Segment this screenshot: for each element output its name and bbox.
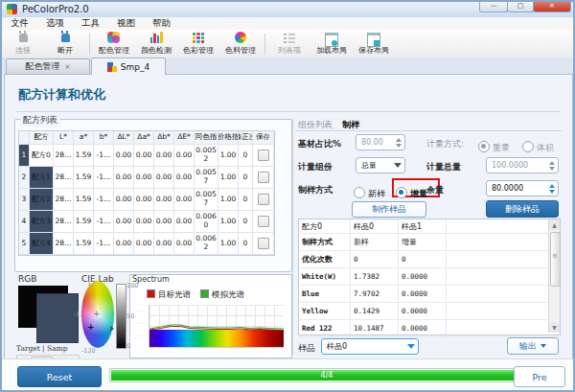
radio-icon[interactable] [478, 141, 490, 152]
volume-radio[interactable]: 体积 [522, 136, 556, 154]
sample-row[interactable]: 制样方式 新样 增量 [299, 234, 560, 251]
formula-row-1[interactable]: 2 配方1 28… 1.59 -1… 0.00 0.00 0.00 0.00 0… [19, 167, 274, 189]
save-checkbox[interactable] [258, 172, 269, 183]
y-axis-ticks: ··· [135, 308, 143, 313]
connect-button[interactable]: 连接 [2, 31, 44, 57]
sample-row[interactable]: White(W) 1.7382 0.0000 [299, 268, 560, 286]
save-checkbox[interactable] [258, 194, 269, 205]
menu-tools[interactable]: 工具 [73, 17, 108, 30]
menu-file[interactable]: 文件 [2, 17, 37, 30]
load-layout-button[interactable]: 加载布局 [310, 31, 353, 57]
toolbar: 连接 断开 配色管理 颜色检测 色彩管理 色料管理 [2, 30, 573, 58]
colorant-manage-button[interactable]: 色料管理 [219, 31, 262, 57]
formula-row-0[interactable]: 1 配方0 28… 1.59 -1… 0.00 0.00 0.00 0.00 0… [19, 145, 274, 167]
maximize-button[interactable]: ▢ [507, 2, 534, 12]
formula-table-header: 配方 L* a* b* ΔL* Δa* Δb* ΔE* 同色指 价格指 修正次 … [19, 131, 274, 145]
rgb-panel-title: RGB [18, 274, 36, 284]
measure-mode-label: 计量方式: [426, 138, 464, 150]
spectrum-legend: 目标光谱 模拟光谱 [147, 289, 244, 301]
sample-dropdown[interactable]: 样品0 [321, 338, 419, 355]
y-axis-ticks: ··· [135, 320, 143, 326]
dropdown-arrow-icon [394, 163, 402, 168]
tab-color-matching[interactable]: 配色管理 ✕ [6, 58, 90, 75]
formula-row-4[interactable]: 5 配方4 28… 1.59 -1… 0.00 0.00 0.00 0.00 0… [19, 233, 274, 255]
formula-row-2[interactable]: 3 配方2 28… 1.59 -1… 0.00 0.00 0.00 0.00 0… [19, 189, 274, 211]
sample-row[interactable]: Red 122 10.1487 0.0000 [299, 320, 560, 337]
sample-row[interactable]: 优化次数 0 0 [299, 251, 560, 268]
base-ratio-spinner[interactable]: 80.00 [356, 134, 405, 150]
list-icon [283, 32, 296, 44]
save-checkbox[interactable] [258, 150, 269, 161]
palette-grid-icon [192, 32, 205, 44]
save-layout-icon [367, 32, 380, 44]
window-title: PeColorPro2.0 [22, 4, 89, 14]
total-label: 计量总量 [426, 161, 461, 173]
lightness-marker-icon [110, 326, 114, 332]
sample-doc-icon [107, 62, 117, 72]
rgb-caption: Target | Samp [16, 344, 80, 353]
load-layout-icon [325, 32, 338, 44]
total-spinner[interactable]: 100.0000 [486, 157, 559, 173]
weight-radio[interactable]: 重量 [478, 136, 512, 154]
menu-view[interactable]: 视图 [108, 17, 144, 30]
spinner-arrows-icon[interactable] [549, 161, 555, 171]
list-items-button[interactable]: 列表项 [268, 31, 310, 57]
reset-button[interactable]: Reset [17, 366, 102, 387]
make-sample-button[interactable]: 制作样品 [352, 201, 426, 218]
spinner-arrows-icon[interactable] [549, 184, 555, 194]
sample-row[interactable]: Yellow 0.1429 0.0000 [299, 303, 560, 320]
color-detect-button[interactable]: 颜色检测 [135, 31, 177, 57]
minimize-button[interactable]: — [479, 2, 508, 12]
output-button[interactable]: 输出 [507, 337, 559, 355]
sample-select-label: 样品 [298, 342, 315, 355]
lightness-bar[interactable] [116, 284, 126, 349]
increment-radio[interactable]: 增量 [396, 182, 429, 200]
panel-divider [292, 119, 293, 355]
title-divider [16, 111, 561, 112]
target-cursor-icon: + [87, 322, 95, 332]
spectrum-chart [149, 305, 284, 348]
menu-options[interactable]: 选项 [37, 17, 73, 30]
toolbar-separator [89, 34, 90, 55]
formula-list-title: 配方列表 [20, 114, 60, 127]
sample-row[interactable]: Blue 7.9702 0.0000 [299, 286, 560, 303]
sample-table-scrollbar[interactable]: ▲ ▼ [548, 219, 560, 333]
sample-mode-label: 制样方式 [298, 184, 333, 196]
disconnect-button[interactable]: 断开 [44, 31, 86, 57]
menu-help[interactable]: 帮助 [144, 17, 179, 30]
y-axis-ticks: ··· [135, 333, 143, 338]
lightness-100-label: 100 [126, 282, 138, 289]
remain-spinner[interactable]: 80.0000 [486, 180, 559, 196]
main-content: 配方计算和优化 配方列表 配方 L* a* b* ΔL* Δa* Δb* ΔE*… [4, 74, 573, 360]
radio-icon[interactable] [354, 187, 365, 198]
right-tab-divider [295, 130, 562, 131]
save-checkbox[interactable] [258, 238, 269, 249]
radio-icon[interactable] [396, 187, 407, 198]
color-manage-button[interactable]: 色彩管理 [177, 31, 219, 57]
formula-row-3[interactable]: 4 配方3 28… 1.59 -1… 0.00 0.00 0.00 0.00 0… [19, 211, 274, 233]
base-ratio-label: 基材占比% [298, 138, 341, 150]
spinner-arrows-icon[interactable] [396, 138, 402, 148]
radio-icon[interactable] [522, 141, 534, 152]
tab-close-icon[interactable]: ✕ [65, 63, 71, 71]
tab-smp4-active[interactable]: Smp_4 [91, 58, 166, 75]
scroll-up-icon[interactable]: ▲ [549, 219, 560, 230]
component-dropdown[interactable]: 总量 [356, 157, 405, 173]
cielab-b-bottom-label: -120 [81, 347, 96, 355]
scroll-thumb[interactable] [550, 232, 561, 287]
pre-button[interactable]: Pre [514, 366, 565, 387]
document-tabstrip: 配色管理 ✕ Smp_4 [2, 58, 573, 74]
dropdown-arrow-icon [540, 344, 546, 348]
close-button[interactable]: ✕ [533, 2, 571, 12]
save-layout-button[interactable]: 保存布局 [353, 31, 395, 57]
delete-sample-button[interactable]: 删除样品 [486, 200, 559, 218]
plug-disconnect-icon [58, 32, 72, 44]
save-checkbox[interactable] [258, 216, 269, 227]
new-sample-radio[interactable]: 新样 [354, 182, 387, 200]
scroll-down-icon[interactable]: ▼ [549, 322, 560, 333]
sim-legend-swatch [200, 289, 209, 298]
color-matching-button[interactable]: 配色管理 [93, 31, 135, 57]
dropdown-arrow-icon [407, 344, 415, 349]
target-legend-swatch [147, 289, 155, 298]
remain-label: 余量 [426, 184, 444, 196]
